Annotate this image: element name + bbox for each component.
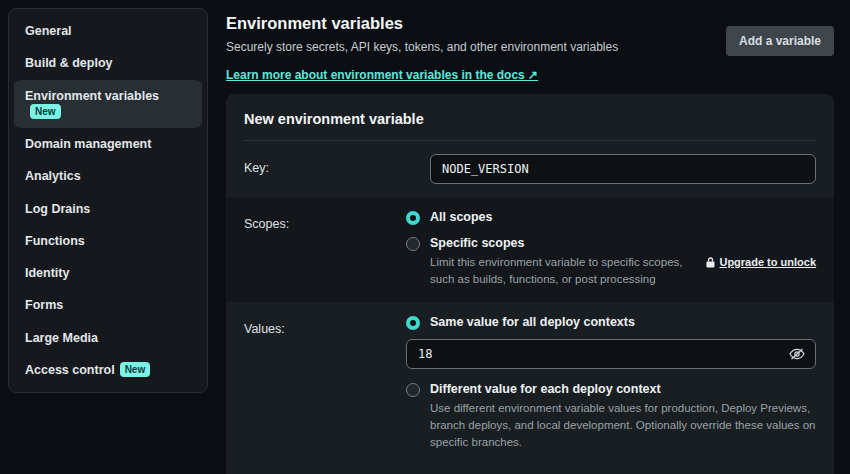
upgrade-link-label: Upgrade to unlock [719, 256, 816, 268]
scope-specific-radio[interactable] [406, 237, 420, 251]
lock-icon [706, 257, 715, 268]
value-input-wrap [406, 339, 816, 369]
sidebar-item-functions[interactable]: Functions [9, 225, 207, 257]
sidebar-item-label: Access control [25, 363, 115, 377]
sidebar-item-large-media[interactable]: Large Media [9, 322, 207, 354]
sidebar-item-build-deploy[interactable]: Build & deploy [9, 47, 207, 79]
scope-specific-label[interactable]: Specific scopes [430, 236, 816, 250]
sidebar-item-environment-variables[interactable]: Environment variablesNew [14, 80, 202, 129]
same-value-radio[interactable] [406, 316, 420, 330]
page-title: Environment variables [226, 14, 618, 33]
different-value-description: Use different environment variable value… [430, 400, 816, 452]
different-value-label[interactable]: Different value for each deploy context [430, 382, 816, 396]
settings-page: General Build & deploy Environment varia… [0, 0, 850, 474]
scopes-label: Scopes: [244, 210, 406, 231]
scope-all-label[interactable]: All scopes [430, 210, 493, 224]
key-row: Key: [226, 141, 834, 197]
same-value-label[interactable]: Same value for all deploy contexts [430, 315, 635, 329]
key-label: Key: [244, 154, 406, 175]
card-title: New environment variable [226, 94, 834, 140]
scope-all-radio[interactable] [406, 211, 420, 225]
sidebar-item-domain-management[interactable]: Domain management [9, 128, 207, 160]
sidebar-item-log-drains[interactable]: Log Drains [9, 193, 207, 225]
scope-specific-description: Limit this environment variable to speci… [430, 254, 706, 289]
same-value-option: Same value for all deploy contexts [406, 315, 816, 330]
sidebar-item-access-control[interactable]: Access controlNew [9, 354, 207, 386]
new-variable-card: New environment variable Key: Scopes: Al… [226, 94, 834, 474]
scope-all-option: All scopes [406, 210, 816, 225]
values-label: Values: [244, 315, 406, 336]
scope-specific-option: Specific scopes Limit this environment v… [406, 236, 816, 289]
value-input[interactable] [406, 339, 816, 369]
scopes-row: Scopes: All scopes Specific scopes Limit… [226, 197, 834, 302]
settings-sidebar: General Build & deploy Environment varia… [8, 8, 208, 393]
different-value-radio[interactable] [406, 383, 420, 397]
sidebar-item-forms[interactable]: Forms [9, 289, 207, 321]
new-badge: New [120, 362, 151, 377]
values-row: Values: Same value for all deploy contex… [226, 302, 834, 465]
different-value-option: Different value for each deploy context … [406, 382, 816, 452]
new-badge: New [30, 104, 61, 119]
main-content: Environment variables Securely store sec… [218, 8, 842, 474]
hide-value-icon[interactable] [788, 345, 806, 363]
add-variable-button[interactable]: Add a variable [726, 26, 834, 56]
page-subtitle: Securely store secrets, API keys, tokens… [226, 40, 618, 54]
upgrade-to-unlock-link[interactable]: Upgrade to unlock [706, 256, 816, 268]
sidebar-item-analytics[interactable]: Analytics [9, 160, 207, 192]
sidebar-item-label: Environment variables [25, 89, 159, 103]
form-actions: Create variable Cancel [226, 464, 834, 474]
sidebar-item-general[interactable]: General [9, 15, 207, 47]
key-input[interactable] [430, 154, 816, 184]
docs-link[interactable]: Learn more about environment variables i… [226, 68, 538, 82]
sidebar-item-identity[interactable]: Identity [9, 257, 207, 289]
